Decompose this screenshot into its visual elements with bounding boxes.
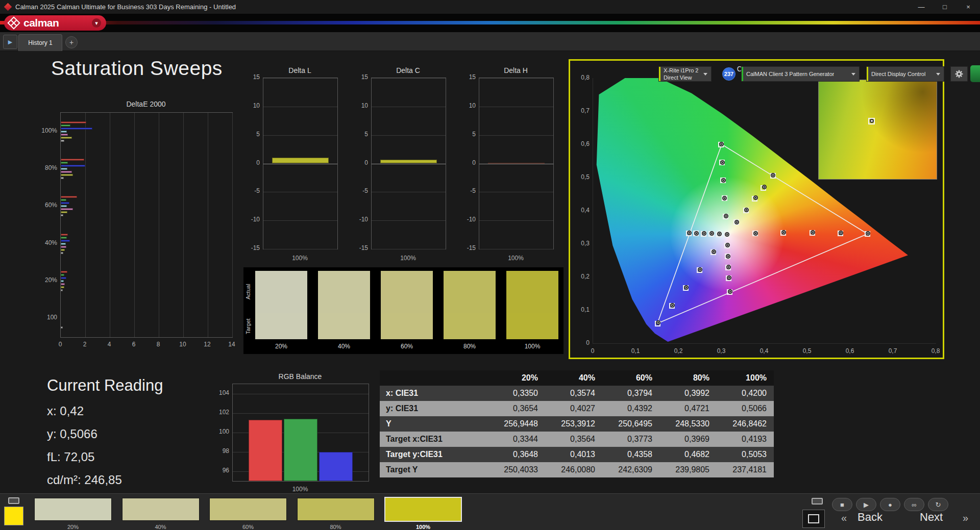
y-tick-label: 5 — [456, 131, 476, 138]
pattern-level-swatch[interactable] — [209, 498, 287, 521]
next-chevron-icon[interactable]: » — [963, 512, 968, 524]
close-button[interactable]: × — [957, 0, 980, 14]
cie-measured-point — [719, 142, 724, 146]
pattern-level-swatch[interactable] — [34, 498, 112, 521]
y-tick-label: -5 — [240, 187, 260, 194]
swatch-label: 40% — [318, 343, 370, 350]
table-row: Target Y250,4033246,0080242,6309239,9805… — [380, 462, 774, 477]
sweep-swatch-column: 60% — [381, 271, 433, 350]
value-cell: 0,3992 — [659, 386, 717, 401]
display-control-dropdown[interactable]: Direct Display Control — [866, 66, 944, 82]
stop-button[interactable]: ■ — [832, 498, 852, 511]
x-tick-label: 0,7 — [885, 347, 900, 355]
chevron-down-icon — [936, 73, 940, 75]
target-swatch — [318, 313, 370, 339]
calman-menu-button[interactable]: calman ▾ — [4, 15, 106, 31]
history-drawer-button[interactable]: ▶ — [3, 35, 17, 49]
record-button[interactable]: ● — [880, 498, 900, 511]
actual-swatch — [444, 271, 496, 313]
refresh-button[interactable]: ↻ — [928, 498, 948, 511]
y-tick-label: -10 — [349, 216, 368, 223]
x-tick-label: 0,5 — [799, 347, 815, 355]
y-tick-label: 0,4 — [573, 207, 590, 214]
pattern-level-swatch[interactable] — [384, 497, 462, 522]
value-cell: 0,4013 — [545, 447, 602, 462]
tab-history-1[interactable]: History 1 — [18, 34, 62, 51]
bar — [61, 168, 67, 170]
page-title: Saturation Sweeps — [51, 57, 223, 80]
play-button[interactable]: ▶ — [856, 498, 876, 511]
meter-accent — [659, 67, 660, 81]
table-row: Target x:CIE310,33440,35640,37730,39690,… — [380, 432, 774, 447]
bar — [61, 131, 67, 133]
chart-title: RGB Balance — [232, 372, 368, 381]
back-button[interactable]: Back — [857, 511, 883, 524]
actual-swatch — [318, 271, 370, 313]
bar — [61, 283, 65, 285]
window-title: Calman 2025 Calman Ultimate for Business… — [15, 3, 236, 11]
x-tick-label: 6 — [128, 341, 140, 348]
x-tick-label: 0,8 — [928, 347, 943, 355]
y-category-label: 100% — [34, 127, 57, 134]
next-button[interactable]: Next — [920, 511, 943, 524]
target-swatch — [444, 313, 496, 339]
display-icon — [8, 497, 19, 504]
y-category-label: 100 — [34, 314, 57, 321]
minimize-button[interactable]: — — [910, 0, 933, 14]
header-cell: 40% — [545, 370, 602, 386]
pattern-level-swatch[interactable] — [297, 498, 375, 521]
y-tick-label: 102 — [211, 409, 229, 416]
rainbow-strip — [0, 21, 980, 24]
maximize-button[interactable]: □ — [933, 0, 957, 14]
source-accent — [742, 67, 743, 81]
bar — [61, 121, 86, 123]
meter-dropdown[interactable]: X-Rite i1Pro 2 Direct View — [658, 66, 712, 82]
y-tick-label: -5 — [349, 187, 368, 194]
y-category-label: 40% — [34, 239, 57, 246]
cie-measured-point — [762, 185, 767, 189]
loop-button[interactable]: ∞ — [904, 498, 924, 511]
y-category-label: 20% — [34, 276, 57, 284]
pattern-patch — [4, 507, 23, 525]
grid-line — [263, 220, 337, 221]
value-cell: 0,3773 — [602, 432, 659, 447]
grid-line — [372, 192, 446, 192]
bar — [61, 243, 66, 245]
logo-caret-icon: ▾ — [92, 18, 101, 28]
header-cell: 20% — [488, 370, 545, 386]
bar — [61, 240, 70, 242]
row-label: Target Y — [380, 462, 488, 477]
cie-measured-point — [725, 232, 729, 237]
y-tick-label: 0,5 — [573, 173, 590, 181]
value-cell: 0,4392 — [602, 401, 659, 416]
bar — [61, 234, 68, 236]
grid-line — [233, 394, 369, 394]
add-tab-button[interactable]: + — [65, 36, 78, 48]
y-tick-label: 100 — [211, 428, 229, 435]
swatch-columns: 20%40%60%80%100% — [255, 271, 558, 350]
pattern-window-button[interactable] — [802, 510, 825, 528]
grid-line — [263, 107, 337, 107]
inset-measured-marker — [870, 119, 874, 123]
table-row: x: CIE310,33500,35740,37940,39920,4200 — [380, 386, 774, 401]
table-row: Target y:CIE310,36480,40130,43580,46820,… — [380, 447, 774, 462]
meter-count-badge[interactable]: 237 — [722, 67, 736, 81]
tab-label: History 1 — [28, 39, 52, 46]
back-chevron-icon[interactable]: « — [841, 512, 847, 524]
row-label: y: CIE31 — [380, 401, 488, 416]
window-controls: — □ × — [910, 0, 980, 14]
value-cell: 250,4033 — [488, 462, 545, 477]
y-tick-label: 0 — [349, 159, 368, 166]
grid-line — [479, 192, 553, 192]
cie-1931-panel[interactable]: CIE 1931 xy 000,10,10,20,20,30,30,40,40,… — [569, 59, 944, 359]
reading-cdm2: cd/m²: 246,85 — [47, 473, 163, 487]
grid-line — [263, 249, 337, 249]
settings-gear-button[interactable] — [950, 66, 968, 82]
edge-panel-button[interactable] — [970, 65, 980, 82]
pattern-level-swatch[interactable] — [122, 498, 200, 521]
pattern-source-dropdown[interactable]: CalMAN Client 3 Pattern Generator — [741, 66, 860, 82]
row-label: x: CIE31 — [380, 386, 488, 401]
target-row-label: Target — [245, 313, 253, 340]
cie-measured-point — [839, 231, 843, 235]
bar — [61, 237, 67, 239]
